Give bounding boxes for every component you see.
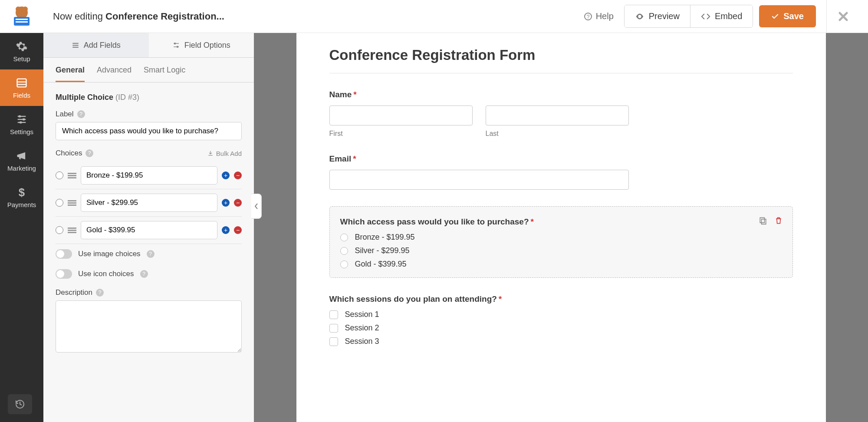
choice-default-radio[interactable] [56,199,63,207]
last-sublabel: Last [486,130,629,138]
radio-option[interactable]: Silver - $299.95 [340,246,782,255]
svg-rect-16 [20,121,22,123]
form-title[interactable]: Conference Registration Form [329,47,793,63]
close-icon [837,10,849,23]
image-choices-toggle[interactable] [56,249,72,259]
radio-option[interactable]: Bronze - $199.95 [340,233,782,242]
sliders-icon [16,113,28,125]
sidebar-item-marketing[interactable]: Marketing [0,142,43,179]
save-label: Save [783,11,804,21]
collapse-panel-button[interactable] [251,194,262,219]
canvas-wrap: Conference Registration Form Name* First… [254,33,868,422]
subtab-smart-logic[interactable]: Smart Logic [144,66,185,82]
sessions-label: Which sessions do you plan on attending?… [329,294,793,304]
preview-label: Preview [649,11,680,21]
choices-label: Choices ? [56,149,93,158]
sidebar-item-settings[interactable]: Settings [0,106,43,142]
add-choice-button[interactable]: + [222,199,230,207]
logo [0,0,43,33]
first-name-input[interactable] [329,106,473,125]
description-heading: Description ? [56,288,242,297]
revisions-button[interactable] [8,394,32,414]
add-choice-button[interactable]: + [222,226,230,234]
drag-handle-icon[interactable] [68,227,76,233]
remove-choice-button[interactable]: − [234,171,242,179]
remove-choice-button[interactable]: − [234,226,242,234]
checkbox-option[interactable]: Session 1 [329,310,793,319]
required-mark: * [353,90,356,99]
topbar-actions: ? Help Preview Embed Save [584,0,859,33]
svg-text:?: ? [586,14,589,20]
name-field[interactable]: Name* First Last [329,90,793,138]
help-tooltip-icon[interactable]: ? [96,289,104,297]
access-label: Which access pass would you like to purc… [340,217,782,227]
help-tooltip-icon[interactable]: ? [140,270,148,278]
choice-default-radio[interactable] [56,226,63,234]
checkbox-icon [329,324,338,333]
field-actions [759,216,783,225]
checkbox-option[interactable]: Session 3 [329,337,793,346]
bulk-add-button[interactable]: Bulk Add [207,150,242,157]
field-type-heading: Multiple Choice (ID #3) [56,93,242,102]
choice-default-radio[interactable] [56,171,63,179]
description-textarea[interactable] [56,300,242,353]
copy-icon [759,216,767,225]
icon-choices-toggle[interactable] [56,269,72,279]
choice-input[interactable] [81,221,217,239]
help-link[interactable]: ? Help [584,11,614,21]
check-icon [771,13,779,20]
subtab-general[interactable]: General [56,66,85,82]
description-label-text: Description [56,288,92,297]
sidebar-item-setup[interactable]: Setup [0,33,43,69]
editing-title: Now editing Conference Registration... [53,11,224,22]
svg-point-1 [16,7,21,12]
preview-button[interactable]: Preview [625,5,690,27]
last-name-input[interactable] [486,106,629,125]
download-icon [207,150,214,156]
choices-header: Choices ? Bulk Add [56,149,242,158]
sidebar-item-fields[interactable]: Fields [0,69,43,106]
email-label: Email* [329,154,793,164]
svg-rect-5 [16,21,28,23]
radio-option[interactable]: Gold - $399.95 [340,260,782,269]
access-options: Bronze - $199.95 Silver - $299.95 Gold -… [340,233,782,269]
sidebar-item-payments[interactable]: $ Payments [0,179,43,215]
drag-handle-icon[interactable] [68,173,76,178]
svg-rect-25 [760,218,764,223]
tab-add-fields[interactable]: Add Fields [43,33,149,58]
save-button[interactable]: Save [759,5,816,27]
option-text: Gold - $399.95 [355,260,407,269]
sessions-field[interactable]: Which sessions do you plan on attending?… [329,294,793,346]
email-input[interactable] [329,170,629,190]
choice-input[interactable] [81,166,217,185]
help-tooltip-icon[interactable]: ? [147,250,155,258]
help-tooltip-icon[interactable]: ? [85,149,93,157]
drag-handle-icon[interactable] [68,200,76,206]
tab-field-options[interactable]: Field Options [149,33,254,58]
delete-field-button[interactable] [774,216,783,225]
radio-icon [340,260,348,268]
remove-choice-button[interactable]: − [234,199,242,207]
field-type-name: Multiple Choice [56,93,113,102]
svg-rect-4 [16,19,28,20]
checkbox-icon [329,310,338,319]
help-tooltip-icon[interactable]: ? [77,110,85,118]
options-panel: Add Fields Field Options General Advance… [43,33,254,422]
duplicate-field-button[interactable] [759,216,767,225]
sessions-options: Session 1 Session 2 Session 3 [329,310,793,346]
close-button[interactable] [826,0,859,33]
svg-rect-8 [17,79,26,87]
checkbox-option[interactable]: Session 2 [329,323,793,333]
access-pass-field[interactable]: Which access pass would you like to purc… [329,206,793,278]
form-name: Conference Registration... [105,11,224,22]
access-label-text: Which access pass would you like to purc… [340,217,529,226]
label-input[interactable] [56,122,242,140]
choice-row: + − [56,217,242,244]
subtab-advanced[interactable]: Advanced [97,66,132,82]
add-choice-button[interactable]: + [222,171,230,179]
choice-input[interactable] [81,194,217,212]
trash-icon [774,216,783,225]
title-rule [329,73,793,73]
email-field[interactable]: Email* [329,154,793,190]
embed-button[interactable]: Embed [690,5,753,27]
